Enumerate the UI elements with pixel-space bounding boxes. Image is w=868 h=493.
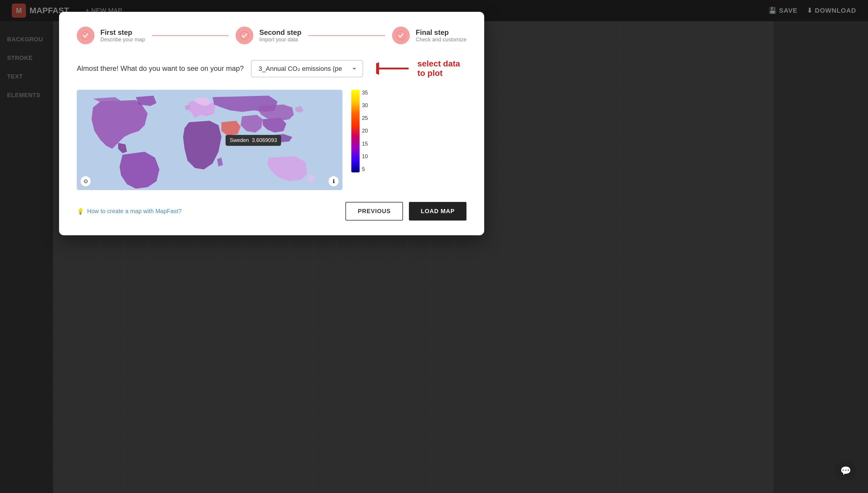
step-1-title: First step [101,28,145,37]
data-select[interactable]: 3_Annual CO₂ emissions (pe 1_GDP per cap… [257,65,357,72]
scale-label-10: 10 [362,153,368,160]
map-wrapper: Sweden 3.6069093 ⊙ ℹ [77,90,343,190]
step-2-text: Second step Import your data [259,28,301,43]
step-3-subtitle: Check and customize [416,37,466,43]
step-1-circle [77,26,94,44]
bottom-row: 💡 How to create a map with MapFast? PREV… [77,202,466,220]
stepper: First step Describe your map Second step… [77,26,466,44]
scale-label-15: 15 [362,141,368,147]
lightbulb-icon: 💡 [77,208,84,215]
map-compass-button[interactable]: ⊙ [80,176,91,187]
tooltip-value: 3.6069093 [252,137,277,144]
chat-icon: 💬 [840,466,851,476]
step-3-circle [392,26,410,44]
map-container: Sweden 3.6069093 ⊙ ℹ 35 30 25 20 15 10 5 [77,90,466,190]
data-select-wrapper[interactable]: 3_Annual CO₂ emissions (pe 1_GDP per cap… [251,60,363,77]
scale-label-5: 5 [362,166,368,172]
step-2-title: Second step [259,28,301,37]
chat-button[interactable]: 💬 [835,460,856,481]
tooltip-country: Sweden [230,137,249,144]
previous-button[interactable]: PREVIOUS [345,202,403,220]
previous-label: PREVIOUS [358,208,391,214]
svg-point-1 [240,31,248,40]
color-bar [351,90,360,172]
step-line-1 [152,35,229,36]
annotation-text: select data to plot [417,59,466,78]
step-2-subtitle: Import your data [259,37,301,43]
button-group: PREVIOUS LOAD MAP [345,202,466,220]
scale-labels: 35 30 25 20 15 10 5 [362,90,368,172]
world-map-svg [77,90,343,190]
step-3-check-icon [396,31,405,40]
load-map-button[interactable]: LOAD MAP [409,202,466,220]
step-1-check-icon [81,31,90,40]
scale-label-30: 30 [362,103,368,109]
scale-label-20: 20 [362,128,368,134]
svg-point-0 [82,31,90,40]
step-2: Second step Import your data [236,26,301,44]
load-map-label: LOAD MAP [421,208,455,214]
step-3: Final step Check and customize [392,26,466,44]
compass-icon: ⊙ [84,178,88,185]
step-1: First step Describe your map [77,26,145,44]
svg-point-2 [397,31,405,40]
step-3-title: Final step [416,28,466,37]
step-1-subtitle: Describe your map [101,37,145,43]
step-2-circle [236,26,253,44]
help-link[interactable]: 💡 How to create a map with MapFast? [77,208,181,215]
arrow-annotation: select data to plot [376,59,466,78]
modal: First step Describe your map Second step… [59,12,484,235]
step-2-check-icon [240,31,249,40]
scale-label-35: 35 [362,90,368,96]
map-tooltip: Sweden 3.6069093 [225,135,281,146]
step-line-2 [308,35,385,36]
help-link-text: How to create a map with MapFast? [87,208,181,215]
question-row: Almost there! What do you want to see on… [77,59,466,78]
arrow-container [376,61,412,76]
scale-label-25: 25 [362,115,368,121]
question-label: Almost there! What do you want to see on… [77,64,244,72]
step-1-text: First step Describe your map [101,28,145,43]
color-scale-wrapper: 35 30 25 20 15 10 5 [351,90,368,190]
info-icon: ℹ [333,178,335,185]
map-info-button[interactable]: ℹ [328,176,339,187]
step-3-text: Final step Check and customize [416,28,466,43]
annotation-arrow-icon [376,61,412,76]
